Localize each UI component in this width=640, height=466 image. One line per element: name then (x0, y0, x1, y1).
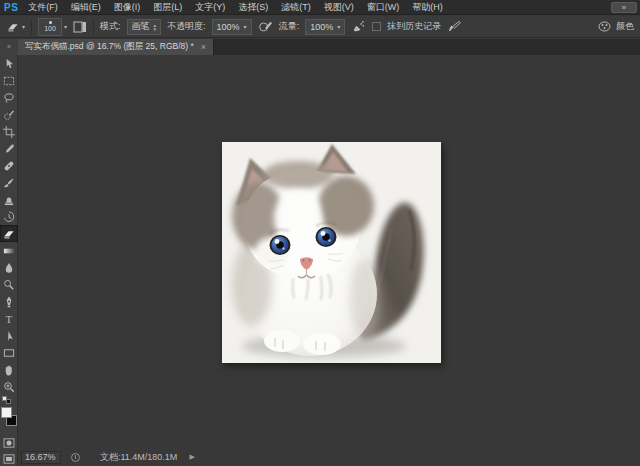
clone-stamp-tool[interactable] (0, 191, 18, 208)
rectangular-marquee-tool[interactable] (0, 72, 18, 89)
eyedropper-tool[interactable] (0, 140, 18, 157)
lasso-tool[interactable] (0, 89, 18, 106)
foreground-color-swatch[interactable] (1, 407, 12, 418)
opacity-label: 不透明度: (167, 20, 206, 33)
zoom-level-field[interactable]: 16.67% (21, 451, 61, 464)
tablet-pressure-icon (258, 20, 273, 33)
tablet-size-icon (447, 20, 462, 33)
document-tab-title: 写实布偶猫.psd @ 16.7% (图层 25, RGB/8) * (25, 41, 194, 53)
document-canvas[interactable] (222, 142, 441, 363)
flow-label: 流量: (279, 20, 300, 33)
chevron-down-icon: ▾ (337, 23, 340, 30)
flow-select[interactable]: 100% ▾ (305, 19, 345, 35)
flow-value: 100% (310, 22, 333, 32)
ps-logo: PS (4, 2, 18, 13)
erase-to-history-checkbox[interactable] (372, 22, 381, 31)
photoshop-window: PS 文件(F)编辑(E)图像(I)图层(L)文字(Y)选择(S)滤镜(T)视图… (0, 0, 640, 466)
panel-toggle-icon (73, 21, 87, 33)
screen-mode-button[interactable] (0, 451, 18, 466)
airbrush-button[interactable] (351, 20, 366, 33)
menu-item-edit[interactable]: 编辑(E) (71, 1, 101, 14)
type-tool[interactable]: T (0, 310, 18, 327)
divider (93, 19, 94, 35)
erase-to-history-label: 抹到历史记录 (387, 20, 441, 33)
screen-mode-icon (3, 454, 15, 464)
updown-arrows-icon: ▴▾ (154, 23, 157, 31)
airbrush-icon (351, 20, 366, 33)
eraser-tool[interactable] (0, 225, 18, 242)
history-brush-tool[interactable] (0, 208, 18, 225)
menu-item-image[interactable]: 图像(I) (114, 1, 141, 14)
opacity-select[interactable]: 100% ▾ (212, 19, 252, 35)
color-panel-tab[interactable]: 颜色 (598, 20, 634, 33)
brush-tip-icon (49, 21, 52, 24)
default-colors-button[interactable] (2, 396, 14, 405)
menu-item-help[interactable]: 帮助(H) (412, 1, 443, 14)
default-background-icon (6, 399, 11, 404)
rectangle-tool[interactable] (0, 344, 18, 361)
mode-value: 画笔 (132, 20, 150, 33)
hand-tool[interactable] (0, 361, 18, 378)
opacity-value: 100% (217, 22, 240, 32)
healing-brush-tool[interactable] (0, 157, 18, 174)
move-tool[interactable] (0, 55, 18, 72)
brush-tool[interactable] (0, 174, 18, 191)
document-tab[interactable]: 写实布偶猫.psd @ 16.7% (图层 25, RGB/8) * × (18, 39, 214, 55)
quick-selection-tool[interactable] (0, 106, 18, 123)
pen-tool[interactable] (0, 293, 18, 310)
toolbar-collapse-button[interactable]: « (0, 39, 18, 55)
menu-item-select[interactable]: 选择(S) (238, 1, 268, 14)
divider (31, 19, 32, 35)
canvas-image-cat (222, 142, 441, 363)
menu-item-type[interactable]: 文字(Y) (195, 1, 225, 14)
menu-item-filter[interactable]: 滤镜(T) (281, 1, 311, 14)
pressure-size-button[interactable] (447, 20, 462, 33)
status-flyout-arrow[interactable]: ▶ (189, 453, 194, 461)
brush-size-value: 100 (44, 25, 56, 32)
toggle-brush-panel-button[interactable] (73, 21, 87, 33)
menu-bar: PS 文件(F)编辑(E)图像(I)图层(L)文字(Y)选择(S)滤镜(T)视图… (0, 0, 640, 15)
tools-panel: T (0, 55, 18, 466)
color-panel-icon (598, 21, 612, 32)
mode-label: 模式: (100, 20, 121, 33)
gradient-tool[interactable] (0, 242, 18, 259)
menu-item-window[interactable]: 窗口(W) (367, 1, 400, 14)
mode-select[interactable]: 画笔 ▴▾ (127, 19, 162, 35)
tool-options-bar: ▾ 100 ▾ 模式: 画笔 ▴▾ 不透明度: 100% ▾ 流量: 10 (0, 16, 640, 38)
blur-tool[interactable] (0, 259, 18, 276)
color-panel-label: 颜色 (616, 20, 634, 33)
document-tab-bar: « 写实布偶猫.psd @ 16.7% (图层 25, RGB/8) * × (0, 39, 640, 55)
zoom-tool[interactable] (0, 378, 18, 395)
cat-right-eye (316, 227, 337, 247)
tool-preset-picker[interactable]: ▾ (6, 21, 25, 33)
menu-item-view[interactable]: 视图(V) (324, 1, 354, 14)
chevron-down-icon: ▾ (64, 23, 67, 30)
eraser-icon (6, 21, 20, 33)
tool-list: T (0, 55, 17, 395)
chevron-down-icon: ▾ (244, 23, 247, 30)
path-selection-tool[interactable] (0, 327, 18, 344)
menu-items: 文件(F)编辑(E)图像(I)图层(L)文字(Y)选择(S)滤镜(T)视图(V)… (28, 1, 443, 14)
pressure-opacity-button[interactable] (258, 20, 273, 33)
brush-preview: 100 (38, 18, 62, 36)
menu-item-file[interactable]: 文件(F) (28, 1, 58, 14)
chevron-down-icon: ▾ (22, 23, 25, 30)
svg-text:T: T (6, 313, 13, 325)
quick-mask-button[interactable] (0, 435, 18, 450)
brush-size-picker[interactable]: 100 ▾ (38, 18, 67, 36)
document-size-info: 文档:11.4M/180.1M (100, 451, 177, 464)
dodge-tool[interactable] (0, 276, 18, 293)
status-clock-icon (71, 453, 80, 462)
workspace-overflow-button[interactable]: » (611, 2, 637, 13)
color-swatches (1, 407, 17, 431)
menu-item-layer[interactable]: 图层(L) (153, 1, 182, 14)
crop-tool[interactable] (0, 123, 18, 140)
status-bar: 16.67% 文档:11.4M/180.1M ▶ (19, 448, 640, 466)
cat-left-eye (270, 235, 291, 255)
close-icon[interactable]: × (201, 43, 206, 52)
quick-mask-icon (3, 438, 15, 448)
